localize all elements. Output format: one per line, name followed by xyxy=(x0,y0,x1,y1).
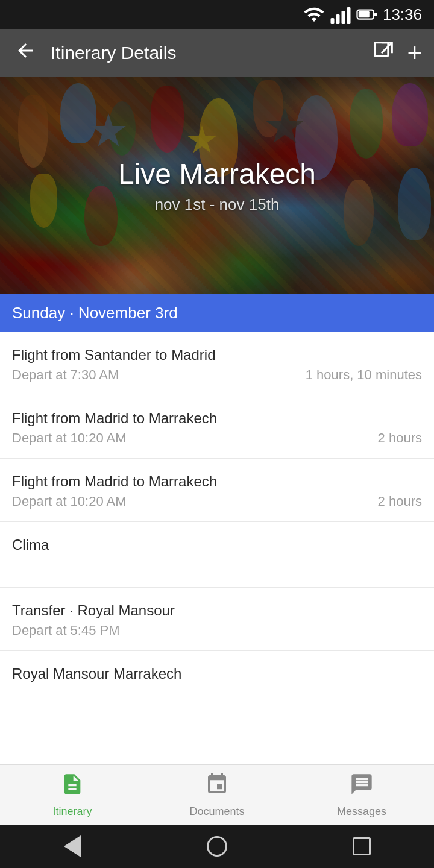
tab-documents-label: Documents xyxy=(189,805,244,818)
add-button[interactable]: + xyxy=(407,40,422,66)
item-title: Flight from Madrid to Marrakech xyxy=(12,473,422,490)
list-item[interactable]: Flight from Madrid to Marrakech Depart a… xyxy=(0,395,434,459)
status-icons: 13:36 xyxy=(303,4,422,25)
tab-itinerary-label: Itinerary xyxy=(52,805,92,818)
item-title: Flight from Santander to Madrid xyxy=(12,347,422,363)
day-label: Sunday · November 3rd xyxy=(12,304,178,322)
documents-tab-icon xyxy=(205,772,229,802)
item-detail-row: Depart at 10:20 AM 2 hours xyxy=(12,494,422,509)
item-title: Transfer · Royal Mansour xyxy=(12,602,422,619)
external-link-button[interactable] xyxy=(372,40,395,67)
hero-content: Live Marrakech nov 1st - nov 15th xyxy=(118,157,316,214)
list-item[interactable]: Clima xyxy=(0,522,434,588)
svg-line-8 xyxy=(382,42,392,52)
item-title: Flight from Madrid to Marrakech xyxy=(12,410,422,427)
itinerary-tab-icon xyxy=(60,772,84,802)
tab-messages[interactable]: Messages xyxy=(289,772,434,818)
status-time: 13:36 xyxy=(383,5,422,24)
tab-bar: Itinerary Documents Messages xyxy=(0,764,434,825)
svg-rect-6 xyxy=(374,13,377,16)
item-duration: 2 hours xyxy=(378,494,422,509)
tab-messages-label: Messages xyxy=(337,805,386,818)
tab-itinerary[interactable]: Itinerary xyxy=(0,772,145,818)
svg-rect-1 xyxy=(336,14,339,24)
hero-trip-title: Live Marrakech xyxy=(118,157,316,190)
item-detail-row: Depart at 5:45 PM xyxy=(12,623,422,638)
svg-rect-0 xyxy=(330,18,334,24)
item-depart: Depart at 10:20 AM xyxy=(12,494,127,509)
messages-tab-icon xyxy=(350,772,374,802)
android-home-button[interactable] xyxy=(199,828,235,864)
list-item[interactable]: Flight from Madrid to Marrakech Depart a… xyxy=(0,459,434,522)
nav-actions: + xyxy=(372,40,422,67)
battery-icon xyxy=(356,4,378,25)
android-nav-bar xyxy=(0,825,434,868)
android-recents-button[interactable] xyxy=(344,828,380,864)
back-button[interactable] xyxy=(12,40,39,66)
android-back-button[interactable] xyxy=(54,828,90,864)
hero-banner: Live Marrakech nov 1st - nov 15th xyxy=(0,77,434,294)
item-depart: Depart at 10:20 AM xyxy=(12,430,127,446)
itinerary-list: Flight from Santander to Madrid Depart a… xyxy=(0,332,434,746)
signal-icon xyxy=(330,4,351,25)
svg-rect-2 xyxy=(341,11,345,24)
hero-trip-dates: nov 1st - nov 15th xyxy=(118,195,316,214)
svg-rect-5 xyxy=(359,11,370,18)
list-item[interactable]: Royal Mansour Marrakech xyxy=(0,651,434,746)
svg-rect-3 xyxy=(347,7,350,24)
item-title: Royal Mansour Marrakech xyxy=(12,665,422,682)
tab-documents[interactable]: Documents xyxy=(145,772,289,818)
list-item[interactable]: Flight from Santander to Madrid Depart a… xyxy=(0,332,434,395)
item-duration: 2 hours xyxy=(378,430,422,446)
item-detail-row: Depart at 10:20 AM 2 hours xyxy=(12,430,422,446)
item-depart: Depart at 5:45 PM xyxy=(12,623,120,638)
item-depart: Depart at 7:30 AM xyxy=(12,367,119,383)
status-bar: 13:36 xyxy=(0,0,434,29)
nav-bar: Itinerary Details + xyxy=(0,29,434,77)
item-detail-row: Depart at 7:30 AM 1 hours, 10 minutes xyxy=(12,367,422,383)
day-header: Sunday · November 3rd xyxy=(0,294,434,332)
list-item[interactable]: Transfer · Royal Mansour Depart at 5:45 … xyxy=(0,588,434,651)
item-title: Clima xyxy=(12,536,422,553)
wifi-icon xyxy=(303,4,325,25)
page-title: Itinerary Details xyxy=(51,43,360,63)
item-duration: 1 hours, 10 minutes xyxy=(306,367,422,383)
